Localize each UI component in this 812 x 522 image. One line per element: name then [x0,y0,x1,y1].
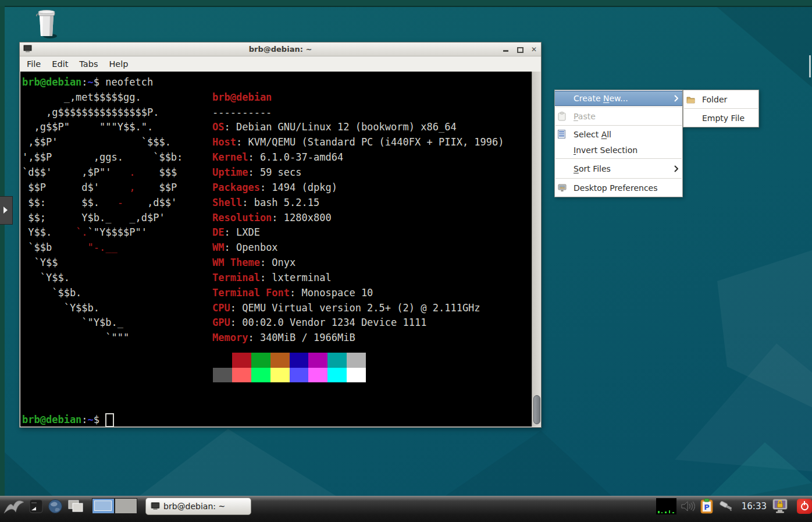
menu-separator [555,178,682,179]
folder-icon [686,95,698,104]
submenu-item-empty-file[interactable]: Empty File [683,109,758,126]
terminal-prompt: brb@debian:~$ [22,413,114,427]
menu-separator [555,106,682,107]
submenu-item-folder[interactable]: Folder [683,91,758,108]
submenu-arrow-icon [672,95,678,102]
taskbar-window-button[interactable]: brb@debian: ~ [145,498,251,515]
minimize-button[interactable] [503,46,510,53]
window-menubar: File Edit Tabs Help [20,56,541,72]
taskbar: brb@debian: ~ P 16:33 [0,496,812,522]
terminal-app-icon [23,45,32,53]
lxde-menu-button[interactable] [3,498,24,514]
desktop-pager [92,498,137,514]
palette-row1 [213,353,366,368]
create-new-submenu: Folder Empty File [683,90,759,127]
terminal-cursor [105,413,114,427]
terminal-content[interactable]: brb@debian:~$ neofetch _,met$$$$$gg. ,g$… [20,72,532,427]
menu-edit[interactable]: Edit [52,59,68,69]
taskbar-window-label: brb@debian: ~ [163,502,225,511]
menu-item-select-all[interactable]: Select All [555,126,682,142]
menu-item-paste[interactable]: Paste [555,108,682,125]
menu-separator [684,108,758,109]
submenu-arrow-icon [672,165,678,172]
neofetch-color-palette [213,353,366,382]
pager-desktop-2[interactable] [115,498,137,514]
file-manager-launcher[interactable] [29,499,43,514]
menu-item-create-new[interactable]: Create New... [555,91,682,106]
terminal-scrollbar[interactable] [532,72,540,427]
desktop-context-menu: Create New... Paste Select All Invert Se… [554,90,683,197]
volume-icon[interactable] [680,499,695,514]
neofetch-art: _,met$$$$$gg. ,g$$$$$$$$$$$$$$$P. ,g$$P"… [22,90,183,346]
cpu-monitor[interactable] [656,498,676,514]
svg-text:P: P [704,503,710,512]
arrow-right-icon [3,207,8,214]
menu-help[interactable]: Help [109,59,128,69]
clipboard-manager-icon[interactable]: P [700,498,714,514]
scrollbar-thumb[interactable] [533,395,540,424]
panel-unhide-tab[interactable] [0,196,13,225]
palette-row2 [213,368,366,383]
desktop-preferences-icon [558,183,569,193]
trash-icon[interactable] [30,7,63,40]
menu-item-sort-files[interactable]: Sort Files [555,159,682,177]
show-desktop-button[interactable] [67,499,84,514]
wallpaper-top-strip [0,0,812,7]
paste-icon [558,112,569,121]
menu-file[interactable]: File [27,59,41,69]
desktop: { "window": { "title": "brb@debian: ~", … [0,0,812,522]
terminal-app-icon [151,502,160,510]
wallpaper-artifact [809,55,811,77]
taskbar-clock[interactable]: 16:33 [742,501,767,512]
window-titlebar[interactable]: brb@debian: ~ ✕ [20,42,541,56]
close-button[interactable]: ✕ [530,46,537,53]
select-all-icon [558,130,569,139]
wallpaper-left-strip [0,6,5,496]
menu-separator [555,125,682,126]
neofetch-info: brb@debian----------OS: Debian GNU/Linux… [212,90,504,346]
logout-button[interactable] [797,499,812,514]
lock-screen-icon[interactable] [771,498,789,514]
window-title: brb@debian: ~ [20,42,541,56]
pager-desktop-1[interactable] [92,498,115,514]
screenshot-tool-icon[interactable] [718,499,733,514]
terminal-window: brb@debian: ~ ✕ File Edit Tabs Help brb@… [19,42,542,428]
menu-item-invert-selection[interactable]: Invert Selection [555,142,682,158]
web-browser-launcher[interactable] [48,499,63,514]
menu-separator [555,158,682,159]
menu-item-desktop-preferences[interactable]: Desktop Preferences [555,179,682,196]
maximize-button[interactable] [517,46,523,53]
menu-tabs[interactable]: Tabs [79,59,98,69]
terminal-command-line: brb@debian:~$ neofetch [22,75,153,90]
